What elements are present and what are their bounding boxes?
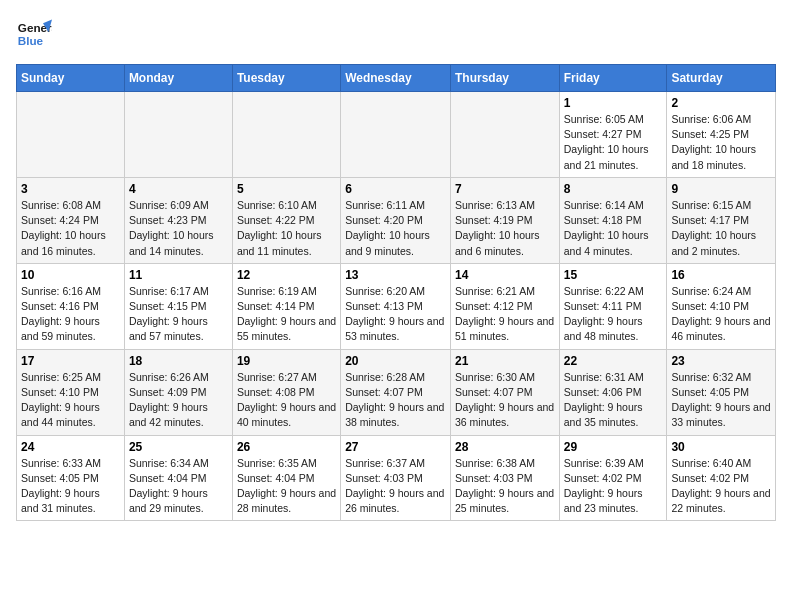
day-cell: 29Sunrise: 6:39 AM Sunset: 4:02 PM Dayli… <box>559 435 667 521</box>
day-info: Sunrise: 6:19 AM Sunset: 4:14 PM Dayligh… <box>237 284 336 345</box>
day-cell: 2Sunrise: 6:06 AM Sunset: 4:25 PM Daylig… <box>667 92 776 178</box>
day-cell: 12Sunrise: 6:19 AM Sunset: 4:14 PM Dayli… <box>232 263 340 349</box>
header-day-sunday: Sunday <box>17 65 125 92</box>
day-cell <box>124 92 232 178</box>
day-number: 4 <box>129 182 228 196</box>
header-day-monday: Monday <box>124 65 232 92</box>
day-cell: 28Sunrise: 6:38 AM Sunset: 4:03 PM Dayli… <box>450 435 559 521</box>
day-number: 22 <box>564 354 663 368</box>
day-number: 7 <box>455 182 555 196</box>
week-row-2: 10Sunrise: 6:16 AM Sunset: 4:16 PM Dayli… <box>17 263 776 349</box>
day-info: Sunrise: 6:25 AM Sunset: 4:10 PM Dayligh… <box>21 370 120 431</box>
day-number: 29 <box>564 440 663 454</box>
day-info: Sunrise: 6:33 AM Sunset: 4:05 PM Dayligh… <box>21 456 120 517</box>
day-cell: 5Sunrise: 6:10 AM Sunset: 4:22 PM Daylig… <box>232 177 340 263</box>
day-cell: 8Sunrise: 6:14 AM Sunset: 4:18 PM Daylig… <box>559 177 667 263</box>
day-info: Sunrise: 6:35 AM Sunset: 4:04 PM Dayligh… <box>237 456 336 517</box>
day-number: 5 <box>237 182 336 196</box>
calendar-header: SundayMondayTuesdayWednesdayThursdayFrid… <box>17 65 776 92</box>
header-day-saturday: Saturday <box>667 65 776 92</box>
day-cell: 22Sunrise: 6:31 AM Sunset: 4:06 PM Dayli… <box>559 349 667 435</box>
day-cell: 25Sunrise: 6:34 AM Sunset: 4:04 PM Dayli… <box>124 435 232 521</box>
day-info: Sunrise: 6:38 AM Sunset: 4:03 PM Dayligh… <box>455 456 555 517</box>
day-cell: 15Sunrise: 6:22 AM Sunset: 4:11 PM Dayli… <box>559 263 667 349</box>
day-number: 2 <box>671 96 771 110</box>
week-row-0: 1Sunrise: 6:05 AM Sunset: 4:27 PM Daylig… <box>17 92 776 178</box>
day-info: Sunrise: 6:31 AM Sunset: 4:06 PM Dayligh… <box>564 370 663 431</box>
day-number: 27 <box>345 440 446 454</box>
day-info: Sunrise: 6:14 AM Sunset: 4:18 PM Dayligh… <box>564 198 663 259</box>
day-cell: 21Sunrise: 6:30 AM Sunset: 4:07 PM Dayli… <box>450 349 559 435</box>
day-number: 19 <box>237 354 336 368</box>
day-info: Sunrise: 6:13 AM Sunset: 4:19 PM Dayligh… <box>455 198 555 259</box>
day-info: Sunrise: 6:09 AM Sunset: 4:23 PM Dayligh… <box>129 198 228 259</box>
day-info: Sunrise: 6:21 AM Sunset: 4:12 PM Dayligh… <box>455 284 555 345</box>
day-number: 16 <box>671 268 771 282</box>
day-number: 25 <box>129 440 228 454</box>
day-number: 9 <box>671 182 771 196</box>
day-info: Sunrise: 6:34 AM Sunset: 4:04 PM Dayligh… <box>129 456 228 517</box>
day-number: 1 <box>564 96 663 110</box>
header-day-tuesday: Tuesday <box>232 65 340 92</box>
day-info: Sunrise: 6:26 AM Sunset: 4:09 PM Dayligh… <box>129 370 228 431</box>
header-day-wednesday: Wednesday <box>341 65 451 92</box>
day-number: 12 <box>237 268 336 282</box>
day-info: Sunrise: 6:37 AM Sunset: 4:03 PM Dayligh… <box>345 456 446 517</box>
day-number: 30 <box>671 440 771 454</box>
day-cell: 19Sunrise: 6:27 AM Sunset: 4:08 PM Dayli… <box>232 349 340 435</box>
day-info: Sunrise: 6:06 AM Sunset: 4:25 PM Dayligh… <box>671 112 771 173</box>
day-info: Sunrise: 6:22 AM Sunset: 4:11 PM Dayligh… <box>564 284 663 345</box>
calendar-body: 1Sunrise: 6:05 AM Sunset: 4:27 PM Daylig… <box>17 92 776 521</box>
day-info: Sunrise: 6:24 AM Sunset: 4:10 PM Dayligh… <box>671 284 771 345</box>
day-info: Sunrise: 6:20 AM Sunset: 4:13 PM Dayligh… <box>345 284 446 345</box>
day-cell: 11Sunrise: 6:17 AM Sunset: 4:15 PM Dayli… <box>124 263 232 349</box>
day-cell: 3Sunrise: 6:08 AM Sunset: 4:24 PM Daylig… <box>17 177 125 263</box>
day-number: 20 <box>345 354 446 368</box>
day-number: 21 <box>455 354 555 368</box>
day-number: 6 <box>345 182 446 196</box>
day-number: 24 <box>21 440 120 454</box>
logo: General Blue <box>16 16 52 52</box>
day-cell: 30Sunrise: 6:40 AM Sunset: 4:02 PM Dayli… <box>667 435 776 521</box>
day-cell: 13Sunrise: 6:20 AM Sunset: 4:13 PM Dayli… <box>341 263 451 349</box>
day-info: Sunrise: 6:16 AM Sunset: 4:16 PM Dayligh… <box>21 284 120 345</box>
header-day-thursday: Thursday <box>450 65 559 92</box>
day-number: 15 <box>564 268 663 282</box>
day-cell: 17Sunrise: 6:25 AM Sunset: 4:10 PM Dayli… <box>17 349 125 435</box>
day-info: Sunrise: 6:10 AM Sunset: 4:22 PM Dayligh… <box>237 198 336 259</box>
day-info: Sunrise: 6:28 AM Sunset: 4:07 PM Dayligh… <box>345 370 446 431</box>
day-info: Sunrise: 6:15 AM Sunset: 4:17 PM Dayligh… <box>671 198 771 259</box>
day-cell: 23Sunrise: 6:32 AM Sunset: 4:05 PM Dayli… <box>667 349 776 435</box>
day-info: Sunrise: 6:40 AM Sunset: 4:02 PM Dayligh… <box>671 456 771 517</box>
day-number: 10 <box>21 268 120 282</box>
day-number: 23 <box>671 354 771 368</box>
day-info: Sunrise: 6:32 AM Sunset: 4:05 PM Dayligh… <box>671 370 771 431</box>
week-row-4: 24Sunrise: 6:33 AM Sunset: 4:05 PM Dayli… <box>17 435 776 521</box>
day-cell: 1Sunrise: 6:05 AM Sunset: 4:27 PM Daylig… <box>559 92 667 178</box>
day-number: 8 <box>564 182 663 196</box>
day-cell <box>341 92 451 178</box>
page-header: General Blue <box>16 16 776 52</box>
calendar-table: SundayMondayTuesdayWednesdayThursdayFrid… <box>16 64 776 521</box>
day-info: Sunrise: 6:08 AM Sunset: 4:24 PM Dayligh… <box>21 198 120 259</box>
svg-text:Blue: Blue <box>18 34 44 47</box>
week-row-3: 17Sunrise: 6:25 AM Sunset: 4:10 PM Dayli… <box>17 349 776 435</box>
day-number: 28 <box>455 440 555 454</box>
day-cell: 24Sunrise: 6:33 AM Sunset: 4:05 PM Dayli… <box>17 435 125 521</box>
day-cell <box>450 92 559 178</box>
day-number: 11 <box>129 268 228 282</box>
day-cell: 20Sunrise: 6:28 AM Sunset: 4:07 PM Dayli… <box>341 349 451 435</box>
day-info: Sunrise: 6:39 AM Sunset: 4:02 PM Dayligh… <box>564 456 663 517</box>
day-cell <box>232 92 340 178</box>
day-number: 18 <box>129 354 228 368</box>
day-cell: 27Sunrise: 6:37 AM Sunset: 4:03 PM Dayli… <box>341 435 451 521</box>
day-info: Sunrise: 6:05 AM Sunset: 4:27 PM Dayligh… <box>564 112 663 173</box>
day-number: 3 <box>21 182 120 196</box>
day-cell <box>17 92 125 178</box>
header-day-friday: Friday <box>559 65 667 92</box>
day-info: Sunrise: 6:27 AM Sunset: 4:08 PM Dayligh… <box>237 370 336 431</box>
day-info: Sunrise: 6:17 AM Sunset: 4:15 PM Dayligh… <box>129 284 228 345</box>
logo-icon: General Blue <box>16 16 52 52</box>
day-cell: 26Sunrise: 6:35 AM Sunset: 4:04 PM Dayli… <box>232 435 340 521</box>
day-number: 17 <box>21 354 120 368</box>
